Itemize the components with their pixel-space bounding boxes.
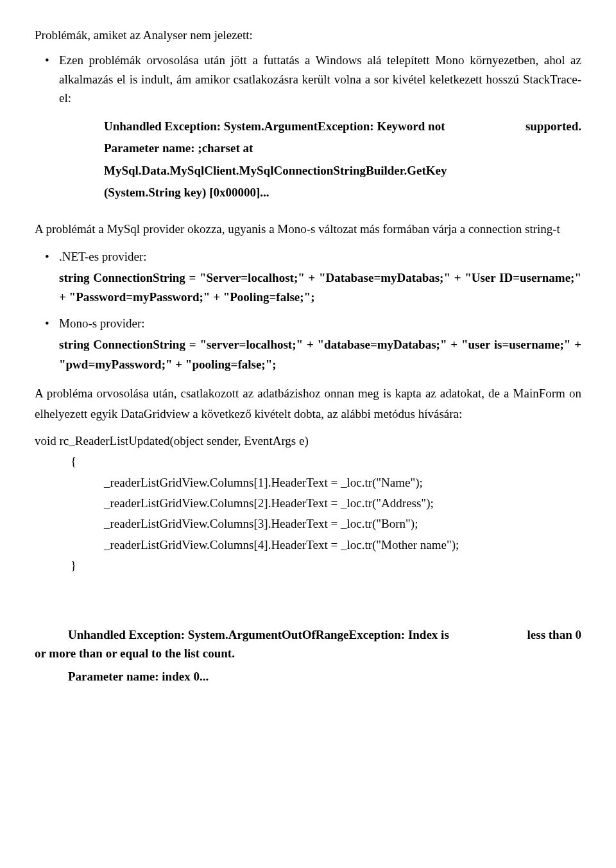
problem-item-1: Ezen problémák orvosolása után jött a fu… [59, 51, 581, 107]
provider-mono-code: string ConnectionString = "server=localh… [59, 335, 581, 374]
stack2-line1-left: Unhandled Exception: System.ArgumentOutO… [68, 628, 449, 641]
provider-net-code: string ConnectionString = "Server=localh… [59, 268, 581, 308]
provider-mono-label: Mono-s provider: [59, 317, 145, 330]
code-line-3: _readerListGridView.Columns[3].HeaderTex… [35, 514, 581, 533]
code-open-brace: { [35, 452, 581, 471]
stack2-line3: Parameter name: index 0... [35, 667, 581, 686]
code-line-1: _readerListGridView.Columns[1].HeaderTex… [35, 473, 581, 492]
provider-net-item: .NET-es provider: string ConnectionStrin… [59, 247, 581, 308]
stack1-line4: (System.String key) [0x00000]... [104, 183, 581, 202]
stacktrace-block-2: Unhandled Exception: System.ArgumentOutO… [35, 625, 581, 686]
stack1-line1-left: Unhandled Exception: System.ArgumentExce… [104, 119, 445, 133]
code-line-4: _readerListGridView.Columns[4].HeaderTex… [35, 535, 581, 554]
stack1-line1-right: supported. [526, 117, 581, 135]
stack2-line2: or more than or equal to the list count. [35, 644, 581, 663]
code-signature: void rc_ReaderListUpdated(object sender,… [35, 431, 581, 450]
paragraph-after-fix: A probléma orvosolása után, csatlakozott… [35, 383, 581, 425]
stack1-line2: Parameter name: ;charset at [104, 139, 581, 157]
code-line-2: _readerListGridView.Columns[2].HeaderTex… [35, 494, 581, 512]
heading-problems: Problémák, amiket az Analyser nem jeleze… [35, 26, 581, 44]
provider-list: .NET-es provider: string ConnectionStrin… [35, 247, 581, 374]
stacktrace-block-1: Unhandled Exception: System.ArgumentExce… [35, 117, 581, 202]
stack2-line1-right: less than 0 [527, 625, 581, 644]
paragraph-problem-cause: A problémát a MySql provider okozza, ugy… [35, 218, 581, 241]
provider-mono-item: Mono-s provider: string ConnectionString… [59, 314, 581, 374]
provider-net-label: .NET-es provider: [59, 250, 147, 263]
problem-list: Ezen problémák orvosolása után jött a fu… [35, 51, 581, 107]
stack1-line3: MySql.Data.MySqlClient.MySqlConnectionSt… [104, 161, 581, 180]
code-close-brace: } [35, 556, 581, 575]
code-snippet: void rc_ReaderListUpdated(object sender,… [35, 431, 581, 575]
